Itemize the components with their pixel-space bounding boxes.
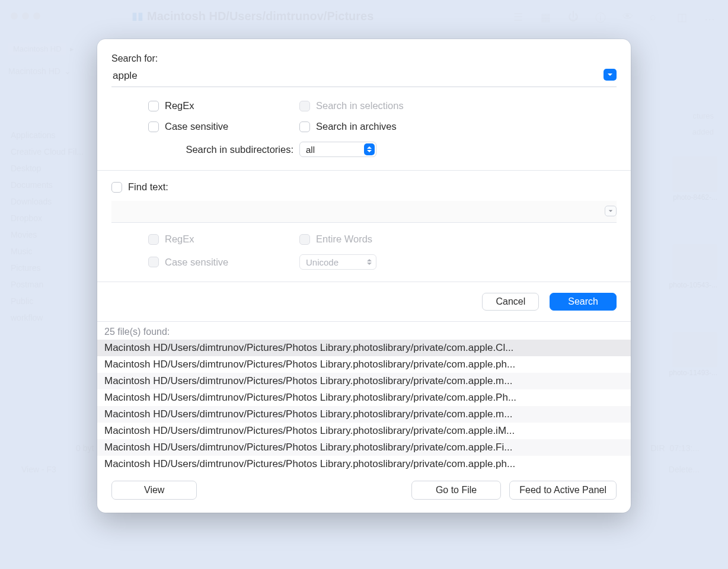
go-to-file-button[interactable]: Go to File (411, 481, 501, 500)
ft-case-sensitive-row: Case sensitive (148, 257, 299, 268)
ft-case-sensitive-label: Case sensitive (165, 257, 228, 268)
cancel-button[interactable]: Cancel (482, 293, 539, 311)
columns-icon: ◫ (677, 11, 690, 21)
stepper-icon (364, 143, 375, 155)
bg-breadcrumb: Macintosh HD ▸ (8, 43, 74, 55)
case-sensitive-label: Case sensitive (165, 121, 228, 132)
sidebar-item: Creative Cloud Fil... (6, 143, 95, 160)
sidebar-item: Movies (6, 226, 95, 243)
list-view-icon: ☰ (513, 11, 526, 21)
regex-checkbox-row[interactable]: RegEx (148, 100, 299, 111)
search-for-label: Search for: (111, 53, 617, 64)
results-block: 25 file(s) found: Macintosh HD/Users/dim… (97, 322, 631, 470)
sidebar-item: Music (6, 243, 95, 260)
find-text-input[interactable] (111, 201, 617, 223)
window-title: Macintosh HD/Users/dimtrunov/Pictures (147, 9, 373, 23)
checkbox-icon (148, 101, 159, 111)
traffic-lights (11, 12, 40, 20)
result-row[interactable]: Macintosh HD/Users/dimtrunov/Pictures/Ph… (97, 423, 631, 439)
result-row[interactable]: Macintosh HD/Users/dimtrunov/Pictures/Ph… (97, 389, 631, 406)
info-icon: ⓘ (595, 11, 608, 21)
sidebar-item: Applications (6, 127, 95, 143)
bg-right-thumbs: photo-8462-... photo-10543-... photo-114… (628, 148, 717, 377)
checkbox-icon (148, 234, 159, 245)
bg-delete-label: Delete... (669, 465, 700, 474)
subdirectories-value: all (306, 145, 315, 155)
search-button[interactable]: Search (550, 293, 617, 311)
regex-label: RegEx (165, 100, 194, 111)
sidebar-item: Desktop (6, 160, 95, 177)
search-for-input[interactable] (111, 68, 617, 87)
bg-sidebar: Applications Creative Cloud Fil... Deskt… (0, 32, 101, 536)
bg-status-left: 0 byt (76, 443, 94, 453)
checkbox-icon (148, 257, 159, 267)
more-icon: … (704, 11, 717, 21)
grid-view-icon: ▦ (541, 11, 554, 21)
results-list[interactable]: Macintosh HD/Users/dimtrunov/Pictures/Ph… (97, 340, 631, 470)
ft-entire-words-label: Entire Words (316, 234, 372, 245)
encoding-select: Unicode (299, 254, 376, 270)
result-row[interactable]: Macintosh HD/Users/dimtrunov/Pictures/Ph… (97, 439, 631, 456)
sidebar-item: Public (6, 293, 95, 309)
search-in-archives-row[interactable]: Search in archives (299, 121, 483, 132)
chevron-down-icon (607, 72, 613, 78)
result-row[interactable]: Macintosh HD/Users/dimtrunov/Pictures/Ph… (97, 356, 631, 373)
ft-entire-words-row: Entire Words (299, 234, 483, 245)
search-history-dropdown[interactable] (604, 69, 617, 81)
breadcrumb-item: Macintosh HD (8, 43, 66, 55)
ft-regex-label: RegEx (165, 234, 194, 245)
sidebar-item: Documents (6, 177, 95, 193)
search-in-selections-row: Search in selections (299, 100, 483, 111)
feed-to-active-panel-button[interactable]: Feed to Active Panel (509, 481, 617, 500)
checkbox-icon (148, 122, 159, 132)
toggle-icon: ⏻ (568, 11, 581, 21)
bg-volume-select: Macintosh HD⌄ (8, 66, 71, 76)
find-text-checkbox[interactable] (111, 182, 122, 193)
chevron-down-icon (608, 209, 613, 213)
sidebar-item: Pictures (6, 260, 95, 276)
sidebar-item: workflow (6, 309, 95, 326)
sidebar-item: Downloads (6, 193, 95, 210)
find-text-label: Find text: (128, 181, 168, 193)
result-row[interactable]: Macintosh HD/Users/dimtrunov/Pictures/Ph… (97, 406, 631, 423)
search-in-archives-label: Search in archives (316, 121, 397, 132)
result-row[interactable]: Macintosh HD/Users/dimtrunov/Pictures/Ph… (97, 340, 631, 356)
results-count: 25 file(s) found: (97, 322, 631, 340)
checkbox-icon (299, 101, 310, 111)
glasses-icon: ⌕ (650, 11, 663, 21)
checkbox-icon (299, 122, 310, 132)
search-in-selections-label: Search in selections (316, 100, 404, 111)
result-row[interactable]: Macintosh HD/Users/dimtrunov/Pictures/Ph… (97, 456, 631, 470)
sidebar-item: Postman (6, 276, 95, 293)
eye-icon: 👁 (622, 11, 636, 21)
sidebar-item: Dropbox (6, 210, 95, 226)
search-in-subdirs-label: Search in subdirectories: (148, 144, 299, 155)
bg-status-right: DIR 07:13:... (651, 443, 700, 453)
folder-icon: ▮▮ (132, 9, 143, 23)
checkbox-icon (299, 234, 310, 245)
view-button[interactable]: View (111, 481, 197, 500)
bg-func-label: View - F3 (21, 465, 56, 474)
bg-toolbar-icons: ☰ ▦ ⏻ ⓘ 👁 ⌕ ◫ … (513, 11, 717, 21)
result-row[interactable]: Macintosh HD/Users/dimtrunov/Pictures/Ph… (97, 373, 631, 389)
bg-right-headers: ctures added (692, 111, 714, 136)
stepper-icon (364, 256, 375, 268)
ft-regex-row: RegEx (148, 234, 299, 245)
case-sensitive-row[interactable]: Case sensitive (148, 121, 299, 132)
search-dialog: Search for: RegEx Search in selections C… (97, 39, 631, 513)
bg-toolbar: ▮▮ Macintosh HD/Users/dimtrunov/Pictures… (0, 0, 728, 32)
find-text-history-dropdown[interactable] (605, 206, 617, 216)
encoding-value: Unicode (306, 257, 339, 267)
subdirectories-select[interactable]: all (299, 142, 376, 157)
